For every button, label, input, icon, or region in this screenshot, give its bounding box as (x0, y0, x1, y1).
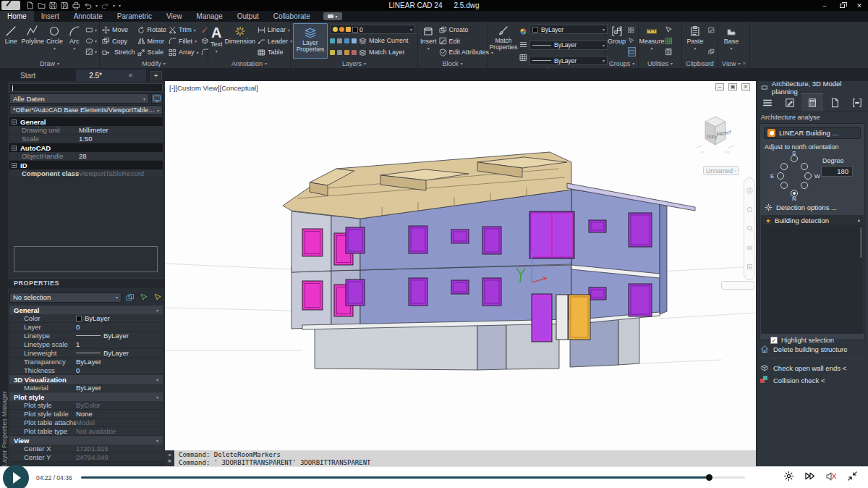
section-view[interactable]: View▾ (9, 436, 163, 445)
hatch-button[interactable]: ▾ (85, 47, 97, 56)
color-wheel-icon[interactable] (519, 25, 527, 38)
collision-check-button[interactable]: Collision check < (760, 376, 825, 384)
arc-button[interactable]: Arc▾ (66, 23, 83, 59)
document-tool-button[interactable] (823, 93, 846, 112)
pan-icon[interactable] (746, 206, 753, 213)
view-panel-title[interactable]: View▾» (718, 59, 749, 68)
linear-building-button[interactable]: LINEAR Building ... (764, 127, 861, 139)
toggle-pickadd-button[interactable] (124, 293, 135, 303)
building-detection-list[interactable] (761, 225, 864, 334)
lineweight-list-icon[interactable] (519, 51, 527, 64)
degree-input[interactable]: 180 (821, 166, 853, 177)
dimension-button[interactable]: Dimension (225, 23, 256, 59)
highlight-selection-row[interactable]: ✓Highlight selection (770, 337, 834, 344)
close-tab-icon[interactable]: ✕ (128, 72, 133, 79)
new-drawing-tab-button[interactable]: + (150, 71, 162, 80)
property-row[interactable]: ColorByLayer (9, 314, 163, 323)
group-select-toggle[interactable] (628, 47, 636, 56)
text-button[interactable]: AText▾ (210, 23, 223, 59)
clipboard-panel-title[interactable]: Clipboard (682, 59, 718, 68)
match-properties-button[interactable]: Match Properties (490, 23, 517, 67)
draw-panel-title[interactable]: Draw▾ (0, 59, 99, 68)
lineweight-select[interactable]: ByLayer▾ (529, 56, 608, 65)
copy-clip-button[interactable] (708, 47, 715, 56)
restore-button[interactable] (833, 0, 851, 11)
block-panel-title[interactable]: Block▾ (418, 59, 487, 68)
checkbox-checked-icon[interactable]: ✓ (770, 337, 778, 344)
trim-button[interactable]: Trim▾ (169, 25, 199, 35)
property-row[interactable]: Plot style tableNone (9, 410, 163, 418)
rectangle-button[interactable]: ▾ (85, 25, 97, 35)
polyline-button[interactable]: Polyline (22, 23, 43, 59)
tab-manage[interactable]: Manage (190, 11, 230, 22)
leader-button[interactable]: Leader▾ (258, 36, 292, 46)
property-row[interactable]: Thickness0 (9, 366, 163, 375)
color-swatch[interactable] (76, 316, 82, 321)
app-logo-icon[interactable] (1, 1, 20, 10)
group-button[interactable]: Group (608, 23, 626, 59)
edit-tool-button[interactable] (779, 93, 801, 112)
rotate-button[interactable]: Rotate (137, 25, 167, 35)
paste-button[interactable]: Paste▾ (684, 23, 706, 59)
tab-parametric[interactable]: Parametric (110, 11, 159, 22)
ribbon-display-button[interactable]: ▾ (323, 12, 342, 20)
qat-customize-icon[interactable]: ▾ (119, 3, 121, 8)
quick-calc-button[interactable] (665, 36, 673, 46)
progress-bar[interactable] (81, 474, 745, 481)
table-button[interactable]: Table (258, 47, 292, 57)
undo-button[interactable] (84, 0, 92, 12)
array-button[interactable]: Array▾ (169, 47, 199, 57)
section-autocad[interactable]: −AutoCAD (9, 143, 163, 152)
tab-drawing[interactable]: 2.5*✕ (76, 70, 146, 81)
property-row[interactable]: Plot table typeNot available (9, 427, 163, 436)
tab-collaborate[interactable]: Collaborate (266, 11, 318, 22)
property-row[interactable]: TransparencyByLayer (9, 358, 163, 366)
minimize-button[interactable]: – (816, 0, 833, 11)
property-row[interactable]: Plot styleByColor (9, 401, 163, 410)
viewport-controls-label[interactable]: [-][Custom View][Conceptual] (169, 84, 258, 92)
group-edit-button[interactable] (628, 36, 636, 46)
building-detection-header[interactable]: Building detection▴ (761, 215, 864, 225)
new-file-button[interactable] (26, 0, 34, 12)
mirror-button[interactable]: Mirror (137, 36, 167, 46)
close-button[interactable]: ✕ (851, 0, 868, 11)
command-line[interactable]: ≡✕ Command: DeleteRoomMarkers Command: '… (165, 450, 756, 466)
analysis-tool-button[interactable] (801, 93, 824, 112)
object-color-select[interactable]: ByLayer▾ (529, 25, 608, 34)
insert-block-button[interactable]: Insert▾ (420, 23, 437, 59)
viewport-close-icon[interactable]: ✕ (741, 83, 750, 91)
section-id[interactable]: −ID (9, 161, 163, 169)
section-general[interactable]: −General (9, 117, 163, 126)
command-history[interactable]: Command: DeleteRoomMarkers Command: ' 3D… (174, 450, 756, 466)
layer-properties-button[interactable]: Layer Properties (293, 23, 328, 59)
open-file-button[interactable] (38, 0, 46, 12)
collapse-icon[interactable]: − (12, 163, 17, 168)
display-options-button[interactable] (151, 93, 163, 104)
layer-color-swatch[interactable] (352, 27, 358, 33)
stretch-button[interactable]: Stretch (102, 47, 135, 57)
property-row[interactable]: Center X17201.915 (9, 445, 163, 453)
orbit-icon[interactable] (746, 245, 753, 251)
property-row[interactable]: ObjectHandle28 (9, 152, 163, 161)
edit-block-button[interactable]: Edit (439, 36, 494, 46)
select-objects-button[interactable] (138, 293, 149, 303)
tab-insert[interactable]: Insert (34, 11, 67, 22)
explode-button[interactable] (201, 36, 209, 46)
layer-properties-manager-tab[interactable]: Layer Properties Manager (1, 237, 8, 466)
section-3d-visualization[interactable]: 3D Visualization▾ (9, 375, 163, 384)
playhead[interactable] (706, 474, 712, 481)
scale-button[interactable]: Scale (137, 47, 167, 57)
annotation-panel-title[interactable]: Annotation▾ (208, 59, 290, 68)
properties-panel-header[interactable]: PROPERTIES (8, 278, 165, 287)
section-plot-style[interactable]: Plot style▾ (9, 392, 163, 401)
check-open-wall-ends-button[interactable]: Check open wall ends < (760, 363, 846, 372)
property-row[interactable]: Drawing unitMillimeter (9, 126, 163, 135)
property-row[interactable]: LinetypeByLayer (9, 332, 163, 340)
viewport-restore-icon[interactable]: ▣ (728, 83, 737, 91)
property-row[interactable]: Component classViewportTableRecord (9, 169, 163, 178)
drawing-viewport[interactable]: [-][Custom View][Conceptual] ─ ▣ ✕ LEFT … (165, 81, 756, 466)
layer-select[interactable]: 0▾ (330, 25, 415, 34)
quick-select-button[interactable] (665, 25, 673, 35)
redo-button[interactable] (101, 0, 109, 12)
property-row[interactable]: Scale1:50 (9, 135, 163, 143)
